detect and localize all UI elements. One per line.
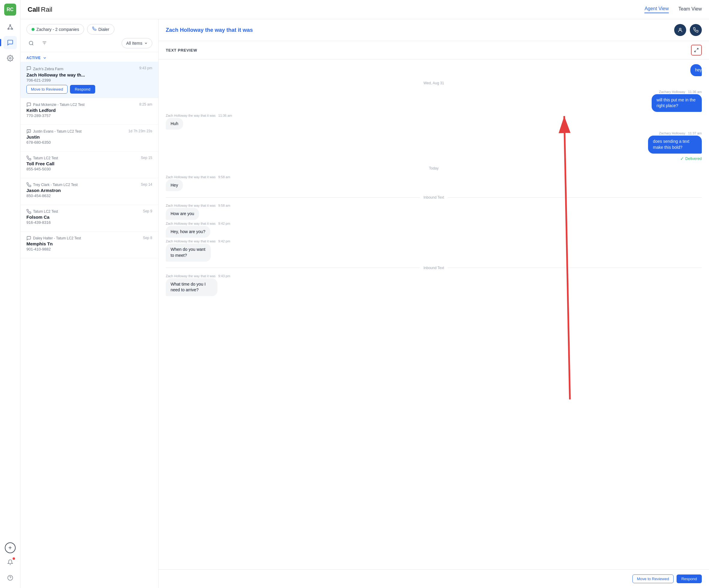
conv-source-1: Paul Mckenzie - Tatum LC2 Test	[26, 102, 85, 107]
chat-area-wrapper: hey Wed, Aug 31 Zachary Holloway 11:36 a…	[159, 59, 709, 569]
svg-line-18	[694, 50, 696, 52]
left-panel-header: Zachary - 2 companies Dialer	[20, 19, 158, 52]
msg-bold-outbound: Zachary Holloway 11:37 am does sending a…	[625, 132, 702, 153]
date-divider-today: Today	[166, 166, 702, 170]
logo-rail: Rail	[41, 6, 52, 13]
chat-phone-icon-btn[interactable]	[690, 24, 702, 36]
msg-rightplace-outbound: Zachary Holloway 11:36 am will this put …	[630, 90, 702, 112]
text-preview-bar: TEXT PREVIEW	[159, 41, 709, 59]
header-nav: Agent View Team View	[645, 6, 702, 13]
nav-network-icon[interactable]	[4, 20, 17, 34]
dialer-pill[interactable]: Dialer	[87, 24, 114, 34]
msg-arrive-inbound: Zach Holloway the way that it was 9:43 p…	[166, 274, 240, 296]
main-content: Call Rail Agent View Team View Zachary -…	[20, 0, 709, 588]
expand-button[interactable]	[691, 45, 702, 56]
logo-area: Call Rail	[28, 6, 645, 13]
msg-heyhowareyou-inbound: Zach Holloway the way that it was 9:42 p…	[166, 222, 230, 238]
footer-move-reviewed-button[interactable]: Move to Reviewed	[632, 575, 674, 583]
conv-item-3[interactable]: Tatum LC2 Test Sep 15 Toll Free Call 855…	[20, 151, 158, 178]
all-items-dropdown[interactable]: All Items	[122, 38, 152, 48]
right-panel: Zach Holloway the way that it was	[159, 19, 709, 588]
svg-line-4	[10, 26, 12, 28]
sidebar-nav: RC +	[0, 0, 20, 588]
conv-item-4[interactable]: Trey Clark - Tatum LC2 Test Sep 14 Jason…	[20, 178, 158, 205]
conv-item-6[interactable]: Daley Halter - Tatum LC2 Test Sep 8 Memp…	[20, 232, 158, 258]
conv-name-0: Zach Holloway the way th...	[26, 72, 152, 77]
left-panel: Zachary - 2 companies Dialer	[20, 19, 159, 588]
move-to-reviewed-button-0[interactable]: Move to Reviewed	[26, 85, 68, 93]
conv-phone-0: 706-621-2399	[26, 78, 152, 83]
footer-respond-button[interactable]: Respond	[677, 575, 702, 583]
chat-title: Zach Holloway the way that it was	[166, 27, 253, 33]
section-divider-inbound-1: Inbound Text	[166, 195, 702, 199]
msg-bubble-hey-today: Hey	[166, 179, 183, 191]
conv-item-5[interactable]: Tatum LC2 Test Sep 9 Folsom Ca 916-439-8…	[20, 205, 158, 232]
nav-chat-icon[interactable]	[4, 36, 17, 49]
msg-meet-inbound: Zach Holloway the way that it was 9:42 p…	[166, 240, 230, 261]
filter-button[interactable]	[40, 38, 49, 48]
msg-hey-inbound: Zach Holloway the way that it was 9:58 a…	[166, 175, 230, 191]
nav-settings-icon[interactable]	[4, 52, 17, 65]
chat-messages: hey Wed, Aug 31 Zachary Holloway 11:36 a…	[159, 59, 709, 569]
chat-header: Zach Holloway the way that it was	[159, 19, 709, 41]
all-items-label: All Items	[126, 41, 142, 46]
msg-bubble-heyhowareyou: Hey, how are you?	[166, 226, 210, 238]
dialer-phone-icon	[92, 27, 97, 32]
msg-bubble-howareyou: How are you	[166, 208, 199, 220]
conv-actions-0: Move to Reviewed Respond	[26, 85, 152, 93]
msg-bubble-huh: Huh	[166, 118, 183, 130]
logo-call: Call	[28, 6, 40, 13]
agent-view-tab[interactable]: Agent View	[645, 6, 669, 13]
search-button[interactable]	[26, 38, 36, 48]
conv-source-0: Zach's Zebra Farm	[26, 66, 63, 72]
section-divider-inbound-2: Inbound Text	[166, 266, 702, 270]
search-filter-row: All Items	[26, 38, 152, 48]
msg-bubble-rightplace: will this put me in the right place?	[652, 94, 702, 112]
svg-point-9	[29, 41, 33, 45]
msg-bubble-meet: When do you want to meet?	[166, 244, 211, 261]
text-preview-label: TEXT PREVIEW	[166, 48, 197, 53]
svg-line-10	[32, 44, 33, 45]
msg-bubble-bold: does sending a text make this bold?	[648, 136, 702, 153]
nav-bottom-section: +	[4, 542, 17, 584]
chat-header-icons	[674, 24, 702, 36]
agent-pill-label: Zachary - 2 companies	[36, 27, 79, 32]
dialer-pill-label: Dialer	[98, 27, 109, 32]
top-header: Call Rail Agent View Team View	[20, 0, 709, 19]
header-pills: Zachary - 2 companies Dialer	[26, 24, 152, 34]
svg-point-16	[679, 28, 681, 30]
nav-help-button[interactable]	[4, 571, 17, 584]
svg-point-6	[9, 57, 11, 59]
conv-item-1[interactable]: Paul Mckenzie - Tatum LC2 Test 8:25 am K…	[20, 98, 158, 125]
agent-pill[interactable]: Zachary - 2 companies	[26, 24, 84, 34]
date-divider-aug31: Wed, Aug 31	[166, 81, 702, 85]
conv-item-0[interactable]: Zach's Zebra Farm 9:43 pm Zach Holloway …	[20, 62, 158, 98]
msg-howareyou-inbound: Zach Holloway the way that it was 9:58 a…	[166, 204, 230, 220]
conv-item-2[interactable]: Justin Evans - Tatum LC2 Test 1d 7h 23m …	[20, 125, 158, 151]
msg-hey-outbound: hey	[685, 64, 702, 76]
respond-button-0[interactable]: Respond	[70, 85, 95, 93]
active-section-label: ACTIVE	[20, 52, 158, 62]
delivered-status: ✓ Delivered	[166, 156, 702, 161]
svg-line-3	[8, 26, 10, 28]
msg-huh-inbound: Zach Holloway the way that it was 11:36 …	[166, 114, 232, 130]
team-view-tab[interactable]: Team View	[678, 6, 702, 13]
agent-status-dot	[31, 28, 34, 31]
user-avatar: RC	[4, 4, 16, 16]
msg-bubble-arrive: What time do you I need to arrive?	[166, 278, 217, 296]
search-icons	[26, 38, 49, 48]
svg-point-7	[7, 576, 12, 581]
chat-footer: Move to Reviewed Respond	[159, 569, 709, 588]
panels: Zachary - 2 companies Dialer	[20, 19, 709, 588]
msg-bubble-hey: hey	[690, 64, 702, 76]
conv-sms-icon-0	[26, 66, 31, 72]
nav-add-button[interactable]: +	[5, 542, 16, 553]
bell-notification-dot	[12, 557, 15, 560]
svg-point-0	[9, 25, 11, 26]
chat-agent-icon-btn[interactable]	[674, 24, 686, 36]
conversation-list: Zach's Zebra Farm 9:43 pm Zach Holloway …	[20, 62, 158, 258]
svg-line-17	[697, 48, 698, 50]
nav-bell-button[interactable]	[4, 556, 17, 569]
conv-time-0: 9:43 pm	[139, 66, 152, 70]
